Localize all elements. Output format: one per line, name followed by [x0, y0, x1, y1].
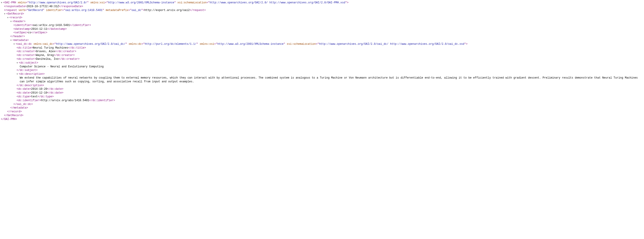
- xml-element-close[interactable]: </oai_dc:dc>: [1, 102, 643, 106]
- xml-element-open[interactable]: ▼<record>: [1, 16, 643, 20]
- xml-element[interactable]: <dc:date>2014-10-20</dc:date>: [1, 87, 643, 91]
- toggle-icon[interactable]: ▼: [4, 12, 6, 16]
- tag-close: </dc:date>: [47, 87, 64, 91]
- attr-name: xmlns: [18, 1, 26, 4]
- toggle-icon[interactable]: ▼: [14, 43, 16, 46]
- tag-open: <dc:date>: [16, 91, 31, 94]
- text-content: Computer Science - Neural and Evolutiona…: [1, 65, 643, 69]
- attr-name: identifier: [46, 9, 62, 12]
- xml-element[interactable]: <dc:date>2014-12-10</dc:date>: [1, 91, 643, 95]
- text-content: Graves, Alex: [36, 50, 55, 53]
- xml-element[interactable]: <dc:creator>Wayne, Greg</dc:creator>: [1, 53, 643, 57]
- tag-close: </dc:creator>: [54, 54, 75, 57]
- xml-element-close[interactable]: </dc:description>: [1, 84, 643, 87]
- tag-close: </dc:date>: [47, 91, 64, 94]
- xml-element[interactable]: <dc:identifier>http://arxiv.org/abs/1410…: [1, 99, 643, 102]
- xml-element[interactable]: <dc:creator>Graves, Alex</dc:creator>: [1, 50, 643, 53]
- tag-open: <record>: [10, 16, 22, 19]
- xml-element-close[interactable]: </dc:subject>: [1, 68, 643, 72]
- text-content: oai:arXiv.org:1410.5401: [33, 24, 70, 27]
- text-content: Neural Turing Machines: [33, 46, 68, 49]
- xml-element-close[interactable]: </GetRecord>: [1, 114, 643, 117]
- attr-value: http://purl.org/dc/elements/1.1/: [145, 42, 196, 46]
- xml-element-close[interactable]: </metadata>: [1, 106, 643, 110]
- tag-close: </oai_dc:dc>: [14, 103, 33, 106]
- attr-name: xsi:schemaLocation: [178, 1, 206, 4]
- attr-value: oai_dc: [132, 9, 141, 12]
- attr-name: xmlns:oai_dc: [34, 42, 53, 46]
- attr-value: http://www.openarchives.org/OAI/2.0/: [29, 1, 87, 4]
- attr-name: metadataPrefix: [106, 9, 128, 12]
- xml-element-open[interactable]: ▼<metadata>: [1, 38, 643, 42]
- toggle-icon[interactable]: ▼: [10, 39, 12, 42]
- tag-open: <identifier>: [14, 24, 33, 27]
- attr-name: xmlns:xsi: [90, 1, 105, 4]
- tag-open: <dc:creator>: [16, 57, 36, 61]
- xml-element[interactable]: <dc:type>text</dc:type>: [1, 95, 643, 99]
- attr-name: xmlns:xsi: [200, 42, 214, 46]
- tag-close: </GetRecord>: [4, 114, 23, 117]
- attr-name: xmlns:dc: [128, 42, 142, 46]
- xml-element[interactable]: <setSpec>cs</setSpec>: [1, 31, 643, 35]
- xml-element-close[interactable]: </header>: [1, 35, 643, 38]
- tag-close: </dc:subject>: [16, 69, 38, 72]
- tag-close: </dc:creator>: [58, 57, 80, 61]
- toggle-icon[interactable]: ▼: [16, 73, 19, 76]
- tag-close: </dc:description>: [16, 84, 44, 87]
- tag-open: <metadata>: [12, 39, 29, 42]
- tag-close: </header>: [10, 35, 25, 38]
- xml-element-open[interactable]: ▼<dc:subject>: [1, 61, 643, 65]
- tag-close: </datestamp>: [47, 27, 66, 31]
- tag-open: <dc:date>: [16, 87, 31, 91]
- text-content: 2014-12-10: [31, 91, 47, 94]
- text-content: http://arxiv.org/abs/1410.5401: [41, 99, 89, 102]
- toggle-icon[interactable]: ▼: [16, 61, 19, 65]
- xml-element[interactable]: <responseDate>2019-10-17T22:40:31Z</resp…: [1, 5, 643, 8]
- attr-value: oai:arXiv.org:1410.5401: [66, 9, 103, 12]
- tag-close: </responseDate>: [59, 5, 83, 8]
- tag-open: <dc:type>: [16, 95, 31, 98]
- text-content: http://export.arxiv.org/oai2: [144, 9, 190, 12]
- tag-close: </setSpec>: [31, 31, 47, 34]
- tag-open: <dc:identifier>: [16, 99, 41, 102]
- tag-close: </OAI-PMH>: [1, 118, 17, 121]
- attr-value: GetRecord: [28, 9, 43, 12]
- tag-open: <request: [4, 9, 17, 12]
- tag-open: <responseDate>: [4, 5, 27, 8]
- xml-element[interactable]: <identifier>oai:arXiv.org:1410.5401</ide…: [1, 23, 643, 27]
- xml-element-open[interactable]: ▼<header>: [1, 20, 643, 23]
- toggle-icon[interactable]: ▼: [1, 1, 3, 4]
- xml-element-open[interactable]: ▼<oai_dc:dc xmlns:oai_dc="http://www.ope…: [1, 42, 643, 46]
- tag-open: <datestamp>: [14, 27, 31, 31]
- text-content: text: [31, 95, 38, 98]
- tag-close: </dc:creator>: [55, 50, 76, 53]
- text-content: Wayne, Greg: [36, 54, 54, 57]
- attr-value: http://www.openarchives.org/OAI/2.0/ htt…: [210, 1, 345, 4]
- xml-element-open[interactable]: ▼<OAI-PMH xmlns="http://www.openarchives…: [1, 1, 643, 5]
- tag-open: <GetRecord>: [6, 12, 24, 15]
- attr-name: verb: [18, 9, 25, 12]
- xml-element[interactable]: <datestamp>2014-12-11</datestamp>: [1, 27, 643, 31]
- text-content: Danihelka, Ivo: [36, 57, 58, 61]
- xml-element[interactable]: <dc:creator>Danihelka, Ivo</dc:creator>: [1, 57, 643, 61]
- tag-close: </identifier>: [70, 24, 91, 27]
- tag-open: <dc:subject>: [19, 61, 38, 64]
- tag-open: <setSpec>: [14, 31, 28, 34]
- text-content: We extend the capabilities of neural net…: [1, 76, 643, 84]
- toggle-icon[interactable]: ▼: [10, 20, 12, 23]
- xml-element[interactable]: <dc:title>Neural Turing Machines</dc:tit…: [1, 46, 643, 50]
- xml-element-close[interactable]: </OAI-PMH>: [1, 117, 643, 121]
- xml-element-close[interactable]: </record>: [1, 110, 643, 114]
- text-content: 2014-10-20: [31, 87, 47, 91]
- toggle-icon[interactable]: ▼: [7, 16, 10, 19]
- attr-value: http://www.openarchives.org/OAI/2.0/oai_…: [319, 42, 464, 46]
- xml-element-open[interactable]: ▼<dc:description>: [1, 72, 643, 76]
- xml-element[interactable]: <request verb="GetRecord" identifier="oa…: [1, 8, 643, 12]
- tag-open: <header>: [12, 20, 26, 23]
- xml-element-open[interactable]: ▼<GetRecord>: [1, 12, 643, 16]
- attr-value: http://www.w3.org/2001/XMLSchema-instanc…: [217, 42, 284, 46]
- tag-close: </dc:title>: [68, 46, 86, 49]
- attr-value: http://www.w3.org/2001/XMLSchema-instanc…: [108, 1, 174, 4]
- tag-open: <dc:title>: [16, 46, 33, 49]
- tag-close: </record>: [7, 110, 22, 113]
